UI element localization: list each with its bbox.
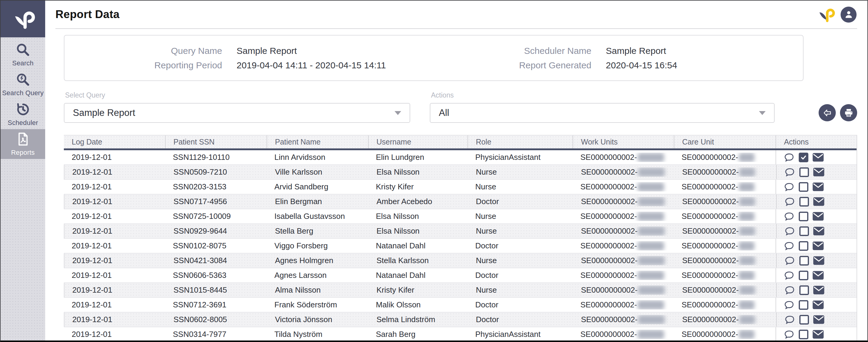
comment-button[interactable] xyxy=(784,285,796,296)
row-checkbox[interactable] xyxy=(799,315,809,324)
mail-button[interactable] xyxy=(813,167,825,177)
table-row[interactable]: 2019-12-01 SSN0602-8005 Victoria Jönsson… xyxy=(64,312,857,327)
comment-bubble-icon xyxy=(784,255,796,266)
redacted-blur xyxy=(638,256,665,265)
user-avatar[interactable] xyxy=(841,7,857,23)
cell-role: Nurse xyxy=(468,167,573,177)
cell-log-date: 2019-12-01 xyxy=(64,271,165,280)
table-row[interactable]: 2019-12-01 SSN0725-10009 Isabella Gustav… xyxy=(64,209,857,224)
mail-button[interactable] xyxy=(813,285,825,295)
mail-button[interactable] xyxy=(812,271,824,280)
col-header-username[interactable]: Username xyxy=(368,135,467,148)
table-row[interactable]: 2019-12-01 SSN0929-9644 Stella Berg Elsa… xyxy=(64,224,857,239)
table-row[interactable]: 2019-12-01 SSN0102-8075 Viggo Forsberg N… xyxy=(64,239,857,253)
table-row[interactable]: 2019-12-01 SSN0421-3084 Agnes Holmgren S… xyxy=(64,253,857,268)
mail-button[interactable] xyxy=(813,197,825,206)
row-checkbox[interactable] xyxy=(799,212,808,221)
comment-button[interactable] xyxy=(783,329,795,340)
comment-button[interactable] xyxy=(783,300,795,310)
cell-work-units: SE0000000002- xyxy=(572,241,674,250)
table-row[interactable]: 2019-12-01 SSN0606-5363 Agnes Larsson Na… xyxy=(64,268,857,283)
table-row[interactable]: 2019-12-01 SSN1129-10110 Linn Arvidsson … xyxy=(64,150,857,165)
row-checkbox[interactable] xyxy=(799,271,808,280)
actions-dropdown[interactable]: All xyxy=(430,103,775,123)
mail-button[interactable] xyxy=(813,315,825,324)
row-checkbox[interactable] xyxy=(799,167,809,177)
cell-patient-ssn: SSN0421-3084 xyxy=(166,256,267,265)
mail-button[interactable] xyxy=(812,330,824,339)
row-checkbox[interactable] xyxy=(799,285,809,295)
mail-envelope-icon xyxy=(813,285,825,295)
col-header-care-unit[interactable]: Care Unit xyxy=(674,135,776,148)
table-row[interactable]: 2019-12-01 SSN0203-3153 Arvid Sandberg K… xyxy=(64,180,857,194)
mail-envelope-icon xyxy=(812,300,824,310)
row-checkbox[interactable] xyxy=(799,241,808,251)
mail-button[interactable] xyxy=(812,153,824,162)
col-header-role[interactable]: Role xyxy=(467,135,572,148)
table-row[interactable]: 2019-12-01 SSN0314-7977 Tilda Nyström Sa… xyxy=(64,327,857,341)
sidebar-item-search-query[interactable]: Search Query xyxy=(1,69,45,99)
chevron-down-icon xyxy=(759,111,766,115)
sidebar-item-search[interactable]: Search xyxy=(1,40,45,69)
cell-patient-ssn: SSN0314-7977 xyxy=(165,330,267,339)
cell-work-units: SE0000000002- xyxy=(572,212,674,221)
mail-button[interactable] xyxy=(812,300,824,310)
mail-envelope-icon xyxy=(812,241,824,250)
cell-patient-ssn: SSN0602-8005 xyxy=(166,315,267,324)
mail-button[interactable] xyxy=(812,182,824,191)
cell-role: Nurse xyxy=(467,212,572,221)
redacted-blur xyxy=(739,315,755,324)
cell-role: PhysicianAssistant xyxy=(467,153,572,162)
sidebar-item-reports[interactable]: Reports xyxy=(1,129,45,159)
mail-button[interactable] xyxy=(813,256,825,265)
table-row[interactable]: 2019-12-01 SSN0717-4956 Elin Bergman Amb… xyxy=(64,194,857,209)
redacted-blur xyxy=(739,301,754,310)
printer-icon xyxy=(844,108,854,118)
cell-work-units: SE0000000002- xyxy=(572,153,674,162)
table-header-row: Log Date Patient SSN Patient Name Userna… xyxy=(64,135,857,150)
row-checkbox[interactable] xyxy=(799,182,808,192)
cell-role: PhysicianAssistant xyxy=(467,330,572,339)
cell-username: Elsa Nilsson xyxy=(369,226,468,236)
comment-button[interactable] xyxy=(784,314,796,325)
row-checkbox[interactable] xyxy=(799,153,808,162)
select-query-dropdown[interactable]: Sample Report xyxy=(64,103,410,123)
print-button[interactable] xyxy=(840,104,857,121)
redacted-blur xyxy=(739,256,755,265)
table-row[interactable]: 2019-12-01 SSN1015-8445 Alma Nilsson Kri… xyxy=(64,283,857,298)
row-checkbox[interactable] xyxy=(799,330,808,339)
row-checkbox[interactable] xyxy=(799,256,809,266)
comment-button[interactable] xyxy=(784,196,796,207)
col-header-work-units[interactable]: Work Units xyxy=(572,135,674,148)
back-button[interactable] xyxy=(818,104,836,121)
sidebar-item-scheduler[interactable]: Scheduler xyxy=(1,99,45,129)
report-generated-value: 2020-04-15 16:54 xyxy=(606,60,803,70)
comment-button[interactable] xyxy=(783,270,795,281)
comment-button[interactable] xyxy=(784,255,796,266)
check-icon xyxy=(800,154,807,161)
mail-button[interactable] xyxy=(813,226,825,236)
row-checkbox[interactable] xyxy=(799,197,809,207)
cell-log-date: 2019-12-01 xyxy=(64,167,166,177)
cell-log-date: 2019-12-01 xyxy=(64,153,165,162)
main-panel: Report Data Query Name Sample Report xyxy=(45,1,867,341)
col-header-patient-ssn[interactable]: Patient SSN xyxy=(165,135,267,148)
mail-button[interactable] xyxy=(812,212,824,221)
table-row[interactable]: 2019-12-01 SSN0509-7210 Ville Karlsson E… xyxy=(64,165,857,180)
mail-button[interactable] xyxy=(812,241,824,250)
cell-actions xyxy=(776,283,857,297)
comment-button[interactable] xyxy=(783,152,795,163)
col-header-log-date[interactable]: Log Date xyxy=(64,137,165,146)
row-checkbox[interactable] xyxy=(799,226,809,236)
brand-logo-mini-icon xyxy=(816,6,835,23)
cell-actions xyxy=(776,253,857,268)
cell-log-date: 2019-12-01 xyxy=(64,330,165,339)
row-checkbox[interactable] xyxy=(799,300,808,310)
comment-button[interactable] xyxy=(783,211,795,222)
table-row[interactable]: 2019-12-01 SSN0712-3691 Frank Söderström… xyxy=(64,298,857,312)
col-header-patient-name[interactable]: Patient Name xyxy=(267,135,368,148)
comment-button[interactable] xyxy=(784,226,796,237)
comment-button[interactable] xyxy=(783,182,795,192)
comment-button[interactable] xyxy=(783,241,795,251)
comment-button[interactable] xyxy=(784,167,796,178)
